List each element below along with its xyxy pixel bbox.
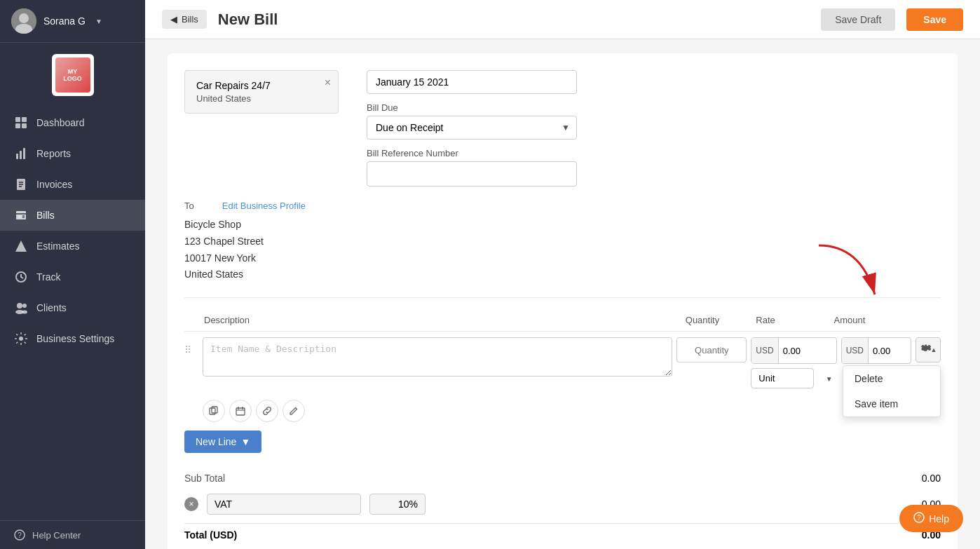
bill-header: Car Repairs 24/7 United States × Bill Du… (184, 70, 941, 187)
sidebar-item-dashboard[interactable]: Dashboard (0, 107, 145, 138)
bill-form: Car Repairs 24/7 United States × Bill Du… (168, 53, 958, 549)
sidebar: Sorana G ▼ MYLOGO Dashboard Reports Invo… (0, 0, 145, 549)
amount-input[interactable] (869, 340, 911, 362)
logo-image: MYLOGO (55, 57, 90, 93)
to-left: To Edit Business Profile Bicycle Shop 12… (184, 201, 941, 283)
svg-point-16 (18, 215, 21, 218)
subtotal-label: Sub Total (184, 473, 225, 484)
amount-currency-label: USD (842, 338, 869, 363)
from-section: Car Repairs 24/7 United States × (184, 70, 339, 187)
from-country: United States (196, 93, 251, 104)
help-center-link[interactable]: ? Help Center (0, 520, 145, 549)
from-box: Car Repairs 24/7 United States × (184, 70, 339, 114)
new-line-button[interactable]: New Line ▼ (184, 431, 261, 453)
svg-rect-5 (15, 123, 20, 128)
line-items-header: Description Quantity Rate Amount (184, 309, 941, 332)
gear-button[interactable]: ▲ (916, 337, 941, 362)
bill-date-input[interactable] (367, 70, 577, 94)
subtotal-value: 0.00 (922, 473, 941, 484)
reference-label: Bill Reference Number (367, 148, 941, 158)
topbar: ◀ Bills New Bill Save Draft Save (145, 0, 980, 39)
rate-input[interactable] (779, 340, 828, 362)
gear-arrow-icon: ▲ (931, 346, 937, 353)
vat-percent-input[interactable] (369, 494, 426, 515)
edit-profile-link[interactable]: Edit Business Profile (222, 201, 306, 211)
settings-icon (14, 332, 28, 346)
vat-name-input[interactable] (207, 494, 361, 515)
page-title: New Bill (218, 11, 810, 29)
sidebar-item-bills[interactable]: Bills (0, 200, 145, 231)
save-item-button[interactable]: Save item (843, 391, 940, 416)
line-item-row: ⠿ USD Unit ▼ (184, 337, 941, 388)
divider (184, 297, 941, 298)
quantity-input[interactable] (676, 337, 747, 362)
sidebar-item-business-settings[interactable]: Business Settings (0, 323, 145, 354)
to-address1: 123 Chapel Street (184, 233, 941, 250)
remove-vat-button[interactable]: × (184, 497, 198, 511)
svg-point-23 (22, 304, 27, 308)
svg-rect-30 (236, 408, 245, 415)
delete-item-button[interactable]: Delete (843, 366, 940, 391)
reference-input[interactable] (367, 161, 577, 187)
sidebar-item-label: Estimates (36, 240, 79, 252)
svg-point-21 (17, 303, 22, 309)
qty-header: Quantity (667, 315, 737, 325)
invoices-icon (14, 177, 28, 191)
help-circle-icon: ? (913, 512, 925, 525)
main-area: ◀ Bills New Bill Save Draft Save Car Rep… (145, 0, 980, 549)
svg-rect-29 (212, 407, 217, 413)
back-label: Bills (182, 14, 198, 25)
chevron-down-icon: ▼ (826, 374, 833, 382)
bill-due-label: Bill Due (367, 102, 941, 113)
to-name: Bicycle Shop (184, 217, 941, 233)
to-country: United States (184, 266, 941, 283)
bill-due-select[interactable]: Due on Receipt (367, 116, 577, 140)
due-field: Bill Due Due on Receipt ▼ (367, 102, 941, 140)
to-label: To Edit Business Profile (184, 201, 941, 211)
svg-rect-3 (15, 117, 20, 122)
to-section: To Edit Business Profile Bicycle Shop 12… (184, 201, 941, 283)
sidebar-item-invoices[interactable]: Invoices (0, 169, 145, 200)
save-draft-button[interactable]: Save Draft (821, 8, 895, 31)
duplicate-line-button[interactable] (203, 400, 225, 422)
desc-header: Description (184, 315, 667, 325)
close-from-button[interactable]: × (325, 76, 331, 89)
date-field (367, 70, 941, 94)
calendar-button[interactable] (229, 400, 252, 422)
save-button[interactable]: Save (906, 8, 963, 31)
bill-due-select-wrap: Due on Receipt ▼ (367, 116, 577, 140)
totals-section: Sub Total 0.00 × 0.00 Total (USD) 0.00 B… (184, 467, 941, 549)
subtotal-row: Sub Total 0.00 (184, 467, 941, 489)
sidebar-header[interactable]: Sorana G ▼ (0, 0, 145, 43)
svg-point-1 (19, 13, 29, 23)
rate-currency-label: USD (751, 338, 778, 363)
track-icon (14, 270, 28, 284)
description-textarea[interactable] (203, 337, 672, 377)
svg-rect-9 (23, 148, 25, 159)
rate-input-wrap: USD (751, 337, 836, 364)
estimates-icon (14, 239, 28, 253)
back-button[interactable]: ◀ Bills (162, 10, 207, 29)
svg-rect-4 (22, 117, 27, 122)
help-button[interactable]: ? Help (899, 505, 963, 532)
drag-handle-icon[interactable]: ⠿ (184, 337, 198, 355)
new-line-label: New Line (196, 436, 236, 447)
amount-input-wrap: USD (841, 337, 911, 364)
sidebar-item-label: Track (36, 271, 60, 283)
sidebar-item-label: Business Settings (36, 333, 114, 344)
vat-row: × 0.00 (184, 489, 941, 519)
svg-point-24 (22, 311, 27, 314)
sidebar-item-clients[interactable]: Clients (0, 292, 145, 323)
link-button[interactable] (256, 400, 278, 422)
gear-dropdown-menu: Delete Save item (843, 365, 941, 417)
sidebar-item-reports[interactable]: Reports (0, 138, 145, 169)
svg-rect-8 (20, 151, 22, 159)
back-arrow-icon: ◀ (170, 14, 177, 25)
edit-button[interactable] (283, 400, 305, 422)
svg-rect-7 (16, 154, 18, 159)
sidebar-item-track[interactable]: Track (0, 262, 145, 292)
sidebar-item-estimates[interactable]: Estimates (0, 231, 145, 262)
svg-rect-14 (16, 211, 26, 219)
unit-select[interactable]: Unit (751, 368, 814, 388)
chevron-down-icon: ▼ (95, 18, 102, 25)
